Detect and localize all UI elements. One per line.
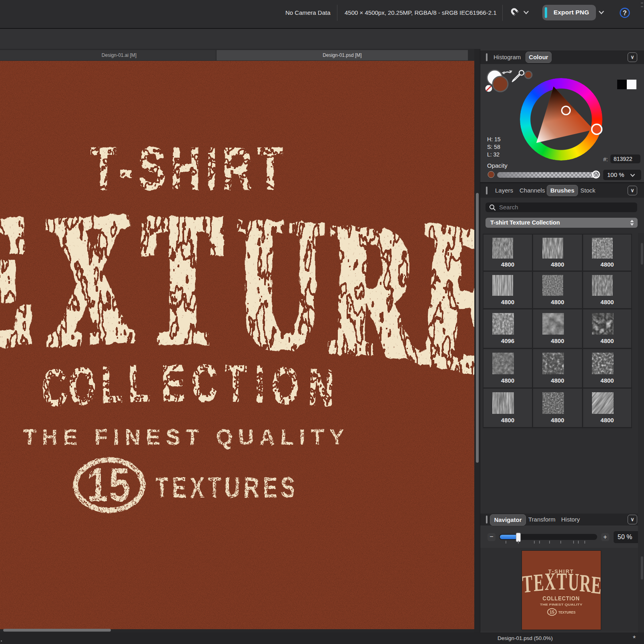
svg-text:N: N — [307, 357, 335, 417]
svg-text:15: 15 — [87, 458, 131, 512]
svg-text:T: T — [225, 354, 247, 413]
svg-text:T: T — [144, 175, 222, 384]
svg-text:TEXTURES: TEXTURES — [155, 471, 299, 504]
svg-text:C: C — [41, 358, 68, 418]
svg-text:U: U — [568, 568, 579, 596]
svg-text:R: R — [329, 183, 421, 398]
svg-text:I: I — [254, 355, 265, 413]
svg-text:E: E — [591, 571, 601, 599]
svg-text:T: T — [557, 568, 567, 595]
svg-text:X: X — [544, 568, 556, 596]
svg-text:E: E — [161, 354, 185, 412]
svg-text:E: E — [533, 568, 544, 596]
svg-text:15: 15 — [550, 610, 554, 614]
svg-text:COLLECTION: COLLECTION — [543, 595, 580, 602]
svg-text:O: O — [271, 355, 300, 415]
svg-text:TEXTURES: TEXTURES — [558, 610, 576, 614]
svg-text:R: R — [579, 569, 591, 597]
svg-text:T: T — [522, 570, 533, 598]
svg-text:O: O — [68, 356, 97, 416]
svg-text:C: C — [192, 354, 218, 413]
svg-text:X: X — [46, 173, 134, 385]
svg-text:L: L — [101, 355, 124, 414]
svg-text:THE FINEST QUALITY: THE FINEST QUALITY — [540, 603, 582, 606]
svg-text:L: L — [128, 354, 150, 413]
svg-text:THE FINEST QUALITY: THE FINEST QUALITY — [23, 425, 349, 449]
svg-text:?: ? — [623, 10, 627, 16]
